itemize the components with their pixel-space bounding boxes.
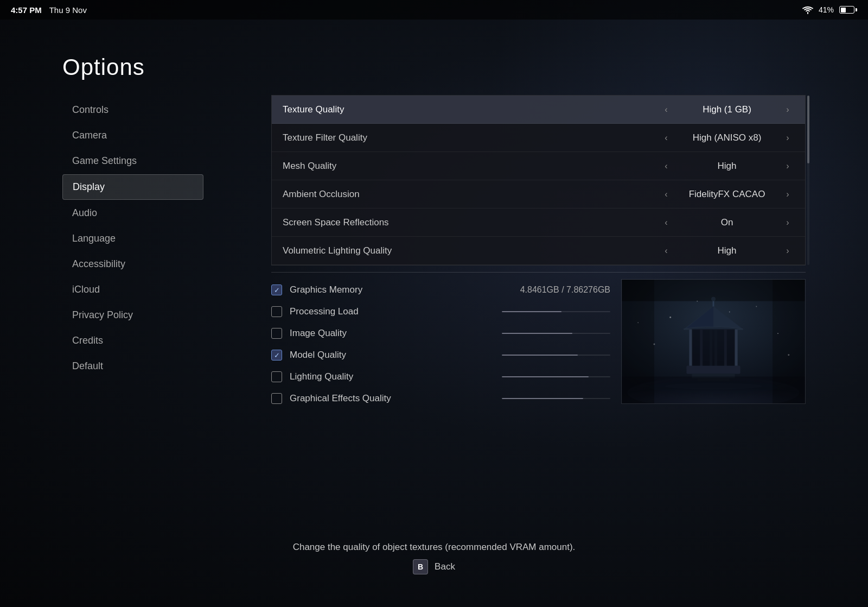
metric-bar-lighting-quality [502, 376, 589, 377]
graphics-memory-value: 4.8461GB / 7.86276GB [520, 285, 610, 295]
chevron-right-volumetric-lighting-quality[interactable]: › [781, 246, 794, 256]
setting-row-mesh-quality[interactable]: Mesh Quality‹High› [272, 152, 805, 180]
chevron-left-texture-quality[interactable]: ‹ [660, 105, 673, 115]
chevron-left-ambient-occlusion[interactable]: ‹ [660, 189, 673, 199]
metric-bar-graphical-effects-quality [502, 398, 583, 399]
svg-rect-2 [686, 366, 740, 374]
metric-label-graphical-effects-quality: Graphical Effects Quality [290, 393, 494, 404]
sidebar-item-camera[interactable]: Camera [62, 123, 203, 148]
metric-checkbox-processing-load[interactable] [271, 306, 282, 317]
hint-description: Change the quality of object textures (r… [0, 542, 868, 553]
svg-point-30 [729, 311, 730, 312]
metric-checkbox-graphical-effects-quality[interactable] [271, 393, 282, 404]
metric-checkbox-model-quality[interactable] [271, 350, 282, 361]
graphics-memory-row: Graphics Memory 4.8461GB / 7.86276GB [271, 279, 610, 301]
battery-percent: 41% [819, 5, 834, 14]
svg-rect-17 [692, 328, 735, 365]
metric-label-processing-load: Processing Load [290, 306, 494, 317]
setting-row-ambient-occlusion[interactable]: Ambient Occlusion‹FidelityFX CACAO› [272, 180, 805, 208]
chevron-right-texture-filter-quality[interactable]: › [781, 133, 794, 143]
metric-row-graphical-effects-quality: Graphical Effects Quality [271, 388, 610, 409]
svg-point-24 [669, 317, 671, 318]
svg-point-27 [777, 333, 778, 334]
metric-label-image-quality: Image Quality [290, 328, 494, 339]
setting-row-texture-filter-quality[interactable]: Texture Filter Quality‹High (ANISO x8)› [272, 124, 805, 152]
status-bar: 4:57 PM Thu 9 Nov 41% [0, 0, 868, 20]
chevron-right-texture-quality[interactable]: › [781, 105, 794, 115]
status-date: Thu 9 Nov [49, 5, 87, 15]
svg-point-25 [756, 306, 757, 307]
status-right: 41% [802, 5, 857, 14]
metric-bar-processing-load [502, 311, 561, 312]
metric-row-processing-load: Processing Load [271, 301, 610, 323]
metrics-list: Graphics Memory 4.8461GB / 7.86276GB Pro… [271, 279, 610, 409]
svg-point-31 [697, 301, 698, 302]
metric-label-lighting-quality: Lighting Quality [290, 371, 494, 382]
metric-bar-container-image-quality [502, 333, 610, 334]
sidebar-item-accessibility[interactable]: Accessibility [62, 252, 203, 276]
svg-point-26 [653, 343, 655, 345]
setting-name-screen-space-reflections: Screen Space Reflections [283, 217, 660, 228]
back-label: Back [435, 561, 455, 572]
sidebar-item-privacy-policy[interactable]: Privacy Policy [62, 303, 203, 327]
metrics-section: Graphics Memory 4.8461GB / 7.86276GB Pro… [271, 279, 806, 409]
sidebar-item-default[interactable]: Default [62, 354, 203, 378]
wifi-icon [802, 6, 813, 14]
chevron-right-ambient-occlusion[interactable]: › [781, 189, 794, 199]
settings-separator [271, 272, 806, 273]
scroll-thumb [807, 96, 809, 163]
setting-name-volumetric-lighting-quality: Volumetric Lighting Quality [283, 245, 660, 256]
sidebar-item-language[interactable]: Language [62, 226, 203, 251]
status-time: 4:57 PM [11, 5, 42, 15]
metric-row-image-quality: Image Quality [271, 323, 610, 344]
sidebar-item-credits[interactable]: Credits [62, 328, 203, 353]
svg-point-29 [788, 354, 789, 356]
bottom-hint: Change the quality of object textures (r… [0, 542, 868, 574]
page-title: Options [62, 54, 145, 80]
back-button-badge: B [413, 559, 428, 574]
settings-list: Texture Quality‹High (1 GB)›Texture Filt… [271, 95, 806, 265]
sidebar-item-audio[interactable]: Audio [62, 201, 203, 225]
metric-bar-model-quality [502, 355, 578, 356]
preview-image [622, 280, 805, 403]
metric-row-model-quality: Model Quality [271, 344, 610, 366]
metric-bar-container-graphical-effects-quality [502, 398, 610, 399]
chevron-left-mesh-quality[interactable]: ‹ [660, 161, 673, 171]
metric-bar-container-model-quality [502, 355, 610, 356]
sidebar: ControlsCameraGame SettingsDisplayAudioL… [62, 98, 203, 380]
setting-value-volumetric-lighting-quality: High [673, 245, 781, 256]
metric-bar-image-quality [502, 333, 572, 334]
chevron-left-screen-space-reflections[interactable]: ‹ [660, 218, 673, 227]
hint-controls: B Back [0, 559, 868, 574]
sidebar-item-controls[interactable]: Controls [62, 98, 203, 122]
metric-bar-container-lighting-quality [502, 376, 610, 377]
metric-bar-container-processing-load [502, 311, 610, 312]
setting-row-texture-quality[interactable]: Texture Quality‹High (1 GB)› [272, 96, 805, 124]
setting-value-ambient-occlusion: FidelityFX CACAO [673, 189, 781, 200]
setting-row-volumetric-lighting-quality[interactable]: Volumetric Lighting Quality‹High› [272, 237, 805, 265]
setting-value-texture-quality: High (1 GB) [673, 104, 781, 115]
chevron-right-screen-space-reflections[interactable]: › [781, 218, 794, 227]
settings-panel: Texture Quality‹High (1 GB)›Texture Filt… [271, 95, 806, 409]
chevron-right-mesh-quality[interactable]: › [781, 161, 794, 171]
sidebar-item-icloud[interactable]: iCloud [62, 277, 203, 302]
metric-checkbox-lighting-quality[interactable] [271, 371, 282, 382]
setting-name-texture-quality: Texture Quality [283, 104, 660, 115]
svg-rect-23 [622, 280, 805, 301]
setting-name-texture-filter-quality: Texture Filter Quality [283, 132, 660, 143]
battery-icon [839, 6, 857, 14]
graphics-memory-label: Graphics Memory [290, 284, 513, 295]
graphics-memory-checkbox[interactable] [271, 284, 282, 295]
setting-value-texture-filter-quality: High (ANISO x8) [673, 132, 781, 143]
svg-point-28 [637, 322, 639, 323]
metric-row-lighting-quality: Lighting Quality [271, 366, 610, 388]
sidebar-item-display[interactable]: Display [62, 174, 203, 200]
chevron-left-volumetric-lighting-quality[interactable]: ‹ [660, 246, 673, 256]
scroll-indicator[interactable] [807, 96, 809, 265]
setting-name-ambient-occlusion: Ambient Occlusion [283, 189, 660, 200]
sidebar-item-game-settings[interactable]: Game Settings [62, 149, 203, 173]
chevron-left-texture-filter-quality[interactable]: ‹ [660, 133, 673, 143]
metric-checkbox-image-quality[interactable] [271, 328, 282, 339]
metric-label-model-quality: Model Quality [290, 350, 494, 361]
setting-row-screen-space-reflections[interactable]: Screen Space Reflections‹On› [272, 208, 805, 237]
